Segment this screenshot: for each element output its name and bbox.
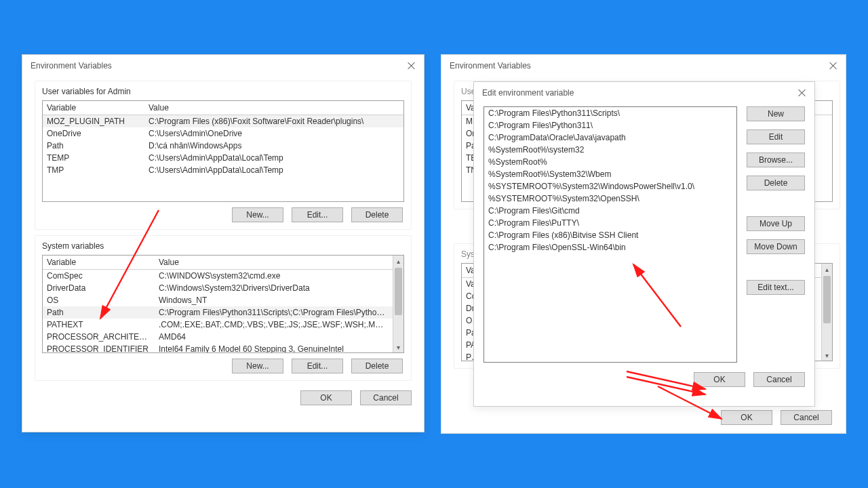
table-row[interactable]: OSWindows_NT (43, 294, 393, 306)
list-item[interactable]: C:\Program Files\PuTTY\ (484, 217, 736, 229)
list-item[interactable]: %SystemRoot%\system32 (484, 144, 736, 156)
table-row[interactable]: OneDriveC:\Users\Admin\OneDrive (43, 127, 403, 140)
col-header-variable[interactable]: Variable (43, 256, 155, 269)
user-vars-group: User variables for Admin Variable Value … (35, 81, 412, 230)
cell-value: C:\Program Files (x86)\Foxit Software\Fo… (144, 115, 403, 127)
cancel-button[interactable]: Cancel (753, 372, 805, 387)
table-row[interactable]: PROCESSOR_ARCHITECTUREAMD64 (43, 331, 393, 343)
browse-button[interactable]: Browse... (747, 152, 805, 167)
list-item[interactable]: %SystemRoot% (484, 156, 736, 168)
table-row[interactable]: DriverDataC:\Windows\System32\Drivers\Dr… (43, 282, 393, 294)
cell-variable: OneDrive (43, 127, 144, 140)
env-vars-dialog-left: Environment Variables User variables for… (22, 54, 425, 432)
cell-variable: PROCESSOR_ARCHITECTURE (43, 331, 155, 343)
list-item[interactable]: C:\ProgramData\Oracle\Java\javapath (484, 131, 736, 144)
close-icon[interactable] (797, 87, 808, 98)
move-down-button[interactable]: Move Down (747, 239, 805, 254)
cancel-button[interactable]: Cancel (781, 410, 832, 425)
list-item[interactable]: %SYSTEMROOT%\System32\WindowsPowerShell\… (484, 180, 736, 192)
scroll-thumb[interactable] (823, 276, 831, 323)
delete-button[interactable]: Delete (747, 176, 805, 190)
cell-variable: TMP (43, 164, 144, 176)
edit-button[interactable]: Edit (747, 129, 805, 144)
scroll-down-icon[interactable]: ▾ (822, 350, 832, 361)
move-up-button[interactable]: Move Up (747, 216, 805, 231)
scroll-up-icon[interactable]: ▴ (822, 264, 832, 274)
cancel-button[interactable]: Cancel (360, 390, 412, 405)
close-icon[interactable] (406, 60, 417, 71)
col-header-variable[interactable]: Variable (43, 101, 144, 115)
scrollbar[interactable]: ▴ ▾ (821, 264, 832, 361)
sys-new-button[interactable]: New... (232, 359, 283, 373)
table-row[interactable]: PATHEXT.COM;.EXE;.BAT;.CMD;.VBS;.VBE;.JS… (43, 319, 393, 331)
cell-variable: MOZ_PLUGIN_PATH (43, 115, 144, 127)
ok-button[interactable]: OK (694, 372, 745, 387)
window-title: Edit environment variable (482, 88, 574, 98)
col-header-value[interactable]: Value (155, 256, 393, 269)
cell-value: .COM;.EXE;.BAT;.CMD;.VBS;.VBE;.JS;.JSE;.… (155, 319, 393, 331)
table-row[interactable]: TMPC:\Users\Admin\AppData\Local\Temp (43, 164, 403, 176)
list-item[interactable]: C:\Program Files (x86)\Bitvise SSH Clien… (484, 229, 736, 241)
list-item[interactable]: C:\Program Files\Git\cmd (484, 205, 736, 217)
sys-delete-button[interactable]: Delete (351, 359, 403, 373)
scroll-down-icon[interactable]: ▾ (393, 342, 403, 352)
list-item[interactable]: %SystemRoot%\System32\Wbem (484, 168, 736, 180)
cell-value: C:\Users\Admin\AppData\Local\Temp (144, 164, 403, 176)
list-item[interactable]: C:\Program Files\Python311\Scripts\ (484, 107, 736, 119)
cell-value: C:\Users\Admin\OneDrive (144, 127, 403, 140)
list-item[interactable]: %SYSTEMROOT%\System32\OpenSSH\ (484, 192, 736, 205)
cell-variable: PROCESSOR_IDENTIFIER (43, 343, 155, 352)
scrollbar[interactable]: ▴ ▾ (393, 256, 403, 352)
user-delete-button[interactable]: Delete (351, 207, 403, 222)
table-row[interactable]: TEMPC:\Users\Admin\AppData\Local\Temp (43, 152, 403, 164)
window-title: Environment Variables (450, 61, 531, 70)
user-vars-label: User variables for Admin (42, 87, 404, 96)
table-row[interactable]: PROCESSOR_IDENTIFIERIntel64 Family 6 Mod… (43, 343, 393, 352)
cell-value: D:\cá nhân\WindowsApps (144, 140, 403, 152)
table-row[interactable]: MOZ_PLUGIN_PATHC:\Program Files (x86)\Fo… (43, 115, 403, 127)
user-vars-table[interactable]: Variable Value MOZ_PLUGIN_PATHC:\Program… (42, 100, 404, 202)
cell-variable: PATHEXT (43, 319, 155, 331)
scroll-up-icon[interactable]: ▴ (393, 256, 403, 266)
list-item[interactable]: C:\Program Files\OpenSSL-Win64\bin (484, 241, 736, 253)
col-header-value[interactable]: Value (144, 101, 403, 115)
path-list[interactable]: C:\Program Files\Python311\Scripts\C:\Pr… (484, 106, 737, 363)
ok-button[interactable]: OK (721, 410, 772, 425)
cell-value: C:\Windows\System32\Drivers\DriverData (155, 282, 393, 294)
cell-variable: OS (43, 294, 155, 306)
system-vars-group: System variables Variable Value ComSpecC… (35, 235, 412, 381)
cell-variable: TEMP (43, 152, 144, 164)
cell-variable: Path (43, 140, 144, 152)
scroll-thumb[interactable] (395, 268, 402, 315)
cell-value: Windows_NT (155, 294, 393, 306)
sys-edit-button[interactable]: Edit... (292, 359, 343, 373)
cell-variable: ComSpec (43, 270, 155, 282)
cell-variable: DriverData (43, 282, 155, 294)
close-icon[interactable] (828, 60, 839, 71)
ok-button[interactable]: OK (300, 390, 352, 405)
cell-value: C:\Program Files\Python311\Scripts\;C:\P… (155, 306, 393, 319)
cell-value: AMD64 (155, 331, 393, 343)
system-vars-label: System variables (42, 241, 404, 251)
list-item[interactable]: C:\Program Files\Python311\ (484, 119, 736, 131)
table-row[interactable]: PathD:\cá nhân\WindowsApps (43, 140, 403, 152)
system-vars-table[interactable]: Variable Value ComSpecC:\WINDOWS\system3… (42, 255, 404, 353)
cell-value: C:\Users\Admin\AppData\Local\Temp (144, 152, 403, 164)
new-button[interactable]: New (747, 106, 805, 121)
table-row[interactable]: ComSpecC:\WINDOWS\system32\cmd.exe (43, 270, 393, 282)
edit-text-button[interactable]: Edit text... (747, 280, 805, 295)
table-row[interactable]: PathC:\Program Files\Python311\Scripts\;… (43, 306, 393, 319)
user-new-button[interactable]: New... (232, 207, 283, 222)
window-title: Environment Variables (31, 61, 112, 70)
user-edit-button[interactable]: Edit... (292, 207, 343, 222)
cell-value: C:\WINDOWS\system32\cmd.exe (155, 270, 393, 282)
cell-variable: Path (43, 306, 155, 319)
cell-value: Intel64 Family 6 Model 60 Stepping 3, Ge… (155, 343, 393, 352)
edit-env-var-dialog: Edit environment variable C:\Program Fil… (473, 81, 815, 407)
